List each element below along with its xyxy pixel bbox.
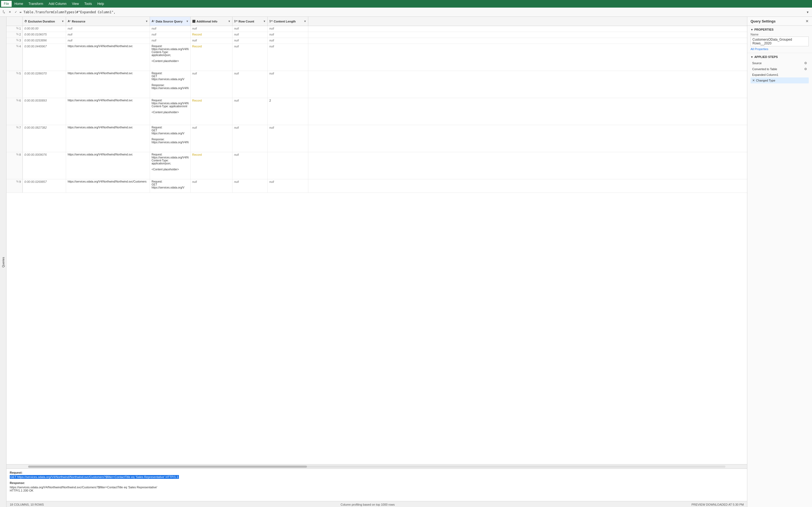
table-row: %8 0:00:00.0009076 https://services.odat… bbox=[6, 152, 747, 179]
cell-3-rowcount: null bbox=[233, 38, 268, 44]
col-icon-resource: Aᶜ bbox=[68, 20, 71, 23]
col-header-content-length[interactable]: 1²³ Content Length ▼ bbox=[268, 17, 308, 26]
formula-bar: fx ✕ ✓ ▼ bbox=[0, 8, 812, 17]
col-label-resource: Resource bbox=[72, 20, 85, 23]
name-value[interactable]: CustomersOData_Grouped Rows__2020 bbox=[751, 37, 809, 46]
cell-1-exclusive: 0:00:00.00 bbox=[23, 26, 66, 32]
fx-button[interactable]: fx bbox=[2, 9, 6, 15]
step-converted-gear-icon[interactable]: ⚙ bbox=[804, 67, 807, 71]
cell-5-exclusive: 0:00:00.0286070 bbox=[23, 71, 66, 98]
menu-home[interactable]: Home bbox=[12, 1, 26, 7]
cell-5-rowcount: null bbox=[233, 71, 268, 98]
table-row: %5 0:00:00.0286070 https://services.odat… bbox=[6, 71, 747, 98]
preview-info: PREVIEW DOWNLOADED AT 5:30 PM bbox=[692, 503, 744, 506]
formula-input[interactable] bbox=[19, 10, 804, 14]
col-header-exclusive-duration[interactable]: ⏱ Exclusive Duration ▼ bbox=[23, 17, 66, 26]
col-filter-resource[interactable]: ▼ bbox=[145, 20, 148, 23]
applied-steps-section: ▼ APPLIED STEPS Source ⚙ Converted to Ta… bbox=[747, 53, 812, 507]
grid-body[interactable]: %1 0:00:00.00 null null null null null %… bbox=[6, 26, 747, 464]
formula-cancel-button[interactable]: ✕ bbox=[7, 9, 12, 15]
cell-3-additional: null bbox=[191, 38, 233, 44]
all-properties-link[interactable]: All Properties bbox=[751, 47, 809, 51]
cell-4-contentlen: null bbox=[268, 44, 308, 71]
step-source-gear-icon[interactable]: ⚙ bbox=[804, 61, 807, 65]
properties-section-header[interactable]: ▼ PROPERTIES bbox=[751, 28, 809, 31]
cell-8-additional[interactable]: Record bbox=[191, 152, 233, 179]
h-scroll-track[interactable] bbox=[28, 465, 726, 468]
formula-expand-button[interactable]: ▼ bbox=[805, 9, 810, 15]
step-changed-type[interactable]: ✕ Changed Type bbox=[751, 77, 809, 83]
cell-3-contentlen: null bbox=[268, 38, 308, 44]
formula-nav-buttons: ✕ ✓ bbox=[7, 9, 18, 15]
cell-9-resource: https://services.odata.org/V4/Northwind/… bbox=[66, 179, 150, 192]
cell-2-exclusive: 0:00:00.0106075 bbox=[23, 32, 66, 38]
panel-title: Query Settings bbox=[751, 19, 775, 23]
step-changed-type-x-icon[interactable]: ✕ bbox=[752, 78, 755, 82]
col-label-rowcount: Row Count bbox=[239, 20, 254, 23]
step-converted-to-table[interactable]: Converted to Table ⚙ bbox=[751, 66, 809, 72]
grid-header: ⏱ Exclusive Duration ▼ Aᶜ Resource ▼ Aᶜ … bbox=[6, 17, 747, 26]
h-scroll-thumb[interactable] bbox=[28, 465, 307, 468]
status-bar: 18 COLUMNS, 10 ROWS Column profiling bas… bbox=[6, 501, 747, 507]
expand-steps-icon: ▼ bbox=[751, 56, 753, 58]
close-panel-button[interactable]: ✕ bbox=[806, 19, 809, 23]
cell-4-rowcount: null bbox=[233, 44, 268, 71]
cell-3-resource: null bbox=[66, 38, 150, 44]
col-icon-datasource: Aᶜ bbox=[151, 20, 154, 23]
cell-4-exclusive: 0:00:00.0449967 bbox=[23, 44, 66, 71]
columns-info: 18 COLUMNS, 10 ROWS bbox=[10, 503, 44, 506]
table-row: %4 0:00:00.0449967 https://services.odat… bbox=[6, 44, 747, 71]
col-header-resource[interactable]: Aᶜ Resource ▼ bbox=[66, 17, 150, 26]
row-num-1: %1 bbox=[6, 26, 23, 32]
properties-label: PROPERTIES bbox=[754, 28, 773, 31]
step-source[interactable]: Source ⚙ bbox=[751, 60, 809, 66]
horizontal-scrollbar[interactable] bbox=[6, 464, 747, 468]
cell-6-additional[interactable]: Record bbox=[191, 98, 233, 125]
cell-6-datasource: Request: https://services.odata.org/V4/N… bbox=[150, 98, 191, 125]
cell-5-additional: null bbox=[191, 71, 233, 98]
col-filter-contentlen[interactable]: ▼ bbox=[304, 20, 306, 23]
formula-confirm-button[interactable]: ✓ bbox=[13, 9, 18, 15]
cell-2-resource: null bbox=[66, 32, 150, 38]
col-icon-exclusive: ⏱ bbox=[24, 20, 27, 23]
col-filter-rowcount[interactable]: ▼ bbox=[263, 20, 266, 23]
menu-tools[interactable]: Tools bbox=[81, 1, 95, 7]
col-header-additional-info[interactable]: ⬛ Additional Info ▼ bbox=[191, 17, 233, 26]
table-row: %3 0:00:00.0253896 null null null null n… bbox=[6, 38, 747, 44]
menu-view[interactable]: View bbox=[69, 1, 82, 7]
step-converted-label: Converted to Table bbox=[752, 67, 804, 71]
cell-2-additional[interactable]: Record bbox=[191, 32, 233, 38]
menu-help[interactable]: Help bbox=[95, 1, 107, 7]
cell-8-resource: https://services.odata.org/V4/Northwind/… bbox=[66, 152, 150, 179]
table-row: %6 0:00:00.0030893 https://services.odat… bbox=[6, 98, 747, 125]
preview-panel: Request: GET https://services.odata.org/… bbox=[6, 468, 747, 501]
col-label-contentlen: Content Length bbox=[274, 20, 296, 23]
cell-9-exclusive: 0:00:00.0269857 bbox=[23, 179, 66, 192]
menu-transform[interactable]: Transform bbox=[26, 1, 46, 7]
col-filter-additional[interactable]: ▼ bbox=[228, 20, 231, 23]
cell-4-additional[interactable]: Record bbox=[191, 44, 233, 71]
applied-steps-header[interactable]: ▼ APPLIED STEPS bbox=[751, 55, 809, 58]
col-filter-exclusive[interactable]: ▼ bbox=[61, 20, 64, 23]
highlighted-url: GET https://services.odata.org/V4/Northw… bbox=[10, 475, 179, 479]
menu-file[interactable]: File bbox=[1, 1, 12, 7]
col-label-exclusive: Exclusive Duration bbox=[28, 20, 55, 23]
row-num-4: %4 bbox=[6, 44, 23, 71]
row-num-9: %9 bbox=[6, 179, 23, 192]
cell-1-additional: null bbox=[191, 26, 233, 32]
col-filter-datasource[interactable]: ▼ bbox=[186, 20, 189, 23]
grid-container: ⏱ Exclusive Duration ▼ Aᶜ Resource ▼ Aᶜ … bbox=[6, 17, 747, 507]
col-header-row-count[interactable]: 1²³ Row Count ▼ bbox=[233, 17, 268, 26]
preview-response-status: HTTP/1.1 200 OK bbox=[10, 489, 744, 492]
cell-9-additional: null bbox=[191, 179, 233, 192]
cell-5-contentlen: null bbox=[268, 71, 308, 98]
step-expanded-column1[interactable]: Expanded Column1 bbox=[751, 72, 809, 77]
step-expanded-label: Expanded Column1 bbox=[752, 73, 807, 76]
query-settings-header: Query Settings ✕ bbox=[747, 17, 812, 26]
cell-2-rowcount: null bbox=[233, 32, 268, 38]
queries-label: Queries bbox=[2, 257, 5, 268]
preview-response-label: Response: bbox=[10, 481, 744, 485]
cell-8-exclusive: 0:00:00.0009076 bbox=[23, 152, 66, 179]
col-header-data-source-query[interactable]: Aᶜ Data Source Query ▼ bbox=[150, 17, 191, 26]
menu-add-column[interactable]: Add Column bbox=[46, 1, 69, 7]
